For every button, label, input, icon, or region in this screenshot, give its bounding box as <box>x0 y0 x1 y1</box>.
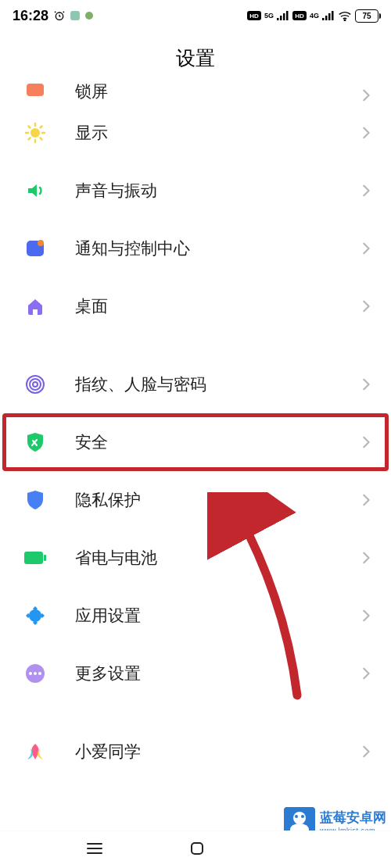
wifi-icon <box>338 11 352 21</box>
svg-line-22 <box>29 127 30 128</box>
battery-icon <box>23 546 47 570</box>
watermark-title: 蓝莓安卓网 <box>320 810 386 826</box>
home-icon <box>23 295 47 318</box>
settings-item-more[interactable]: 更多设置 <box>0 645 391 702</box>
settings-item-battery[interactable]: 省电与电池 <box>0 529 391 587</box>
svg-point-39 <box>293 812 306 824</box>
svg-rect-11 <box>322 18 325 20</box>
signal-icon <box>277 11 289 20</box>
svg-point-33 <box>29 609 41 622</box>
settings-item-notification[interactable]: 通知与控制中心 <box>0 220 391 277</box>
svg-point-27 <box>38 240 44 246</box>
svg-line-23 <box>41 138 42 140</box>
apps-icon <box>23 604 47 627</box>
settings-item-biometric[interactable]: 指纹、人脸与密码 <box>0 355 391 413</box>
hd-icon: HD <box>247 11 261 20</box>
settings-item-sound[interactable]: 声音与振动 <box>0 162 391 220</box>
svg-rect-46 <box>192 843 203 854</box>
settings-item-xiaoai[interactable]: 小爱同学 <box>0 723 391 780</box>
svg-rect-13 <box>328 13 331 20</box>
svg-text:HD: HD <box>249 13 259 20</box>
section-divider <box>0 702 391 723</box>
item-label: 小爱同学 <box>75 741 361 763</box>
lockscreen-icon <box>23 80 47 102</box>
chevron-right-icon <box>361 241 371 255</box>
chevron-right-icon <box>361 666 371 680</box>
svg-point-2 <box>85 12 93 20</box>
svg-point-29 <box>30 379 41 390</box>
svg-point-36 <box>34 672 37 675</box>
chevron-right-icon <box>361 377 371 391</box>
svg-rect-31 <box>24 552 43 564</box>
svg-line-24 <box>29 138 30 140</box>
navigation-bar <box>0 830 391 868</box>
svg-rect-7 <box>283 13 285 20</box>
more-icon <box>23 662 47 685</box>
svg-rect-8 <box>286 11 289 20</box>
svg-rect-5 <box>277 18 279 20</box>
svg-rect-14 <box>332 11 334 20</box>
section-divider <box>0 335 391 355</box>
chevron-right-icon <box>361 493 371 507</box>
svg-rect-1 <box>70 11 80 20</box>
item-label: 指纹、人脸与密码 <box>75 373 361 395</box>
svg-point-41 <box>301 815 304 818</box>
app-badge-icon <box>84 11 94 20</box>
chevron-right-icon <box>361 299 371 313</box>
item-label: 安全 <box>75 431 361 453</box>
settings-item-lockscreen[interactable]: 锁屏 <box>0 80 391 104</box>
signal-icon <box>322 11 335 20</box>
svg-rect-32 <box>44 555 46 561</box>
svg-rect-12 <box>325 16 328 20</box>
settings-item-display[interactable]: 显示 <box>0 104 391 162</box>
item-label: 更多设置 <box>75 663 361 684</box>
page-title: 设置 <box>0 31 391 77</box>
chevron-right-icon <box>361 435 371 449</box>
svg-point-40 <box>295 815 298 818</box>
battery-icon: 75 <box>355 9 378 23</box>
battery-level: 75 <box>362 12 371 20</box>
xiaoai-icon <box>23 740 47 763</box>
settings-item-apps[interactable]: 应用设置 <box>0 587 391 645</box>
privacy-icon <box>23 488 47 512</box>
svg-rect-16 <box>27 84 44 96</box>
item-label: 通知与控制中心 <box>75 238 361 259</box>
hd-icon: HD <box>292 11 307 20</box>
item-label: 应用设置 <box>75 605 361 627</box>
sound-icon <box>23 179 47 202</box>
settings-item-privacy[interactable]: 隐私保护 <box>0 471 391 529</box>
settings-item-home[interactable]: 桌面 <box>0 277 391 335</box>
nav-home-button[interactable] <box>189 841 205 859</box>
svg-point-35 <box>29 672 32 675</box>
chevron-right-icon <box>361 551 371 565</box>
svg-point-15 <box>344 20 345 20</box>
display-icon <box>23 121 47 145</box>
item-label: 隐私保护 <box>75 489 361 511</box>
svg-text:HD: HD <box>295 13 304 20</box>
network-5g-icon: 5G <box>264 12 274 20</box>
svg-point-30 <box>33 382 38 387</box>
svg-point-37 <box>38 672 41 675</box>
fingerprint-icon <box>23 373 47 396</box>
settings-list: 锁屏 显示 声音与振动 通知与控制中心 桌面 <box>0 80 391 780</box>
svg-line-25 <box>41 127 42 128</box>
svg-point-17 <box>30 128 40 138</box>
svg-rect-6 <box>280 16 282 20</box>
settings-item-security[interactable]: 安全 <box>0 413 391 471</box>
item-label: 桌面 <box>75 295 361 317</box>
network-4g-icon: 4G <box>310 12 319 20</box>
app-badge-icon <box>70 11 80 20</box>
nav-menu-button[interactable] <box>86 842 103 858</box>
chevron-right-icon <box>361 745 371 759</box>
notification-icon <box>23 237 47 260</box>
item-label: 声音与振动 <box>75 180 361 202</box>
item-label: 省电与电池 <box>75 547 361 569</box>
chevron-right-icon <box>361 609 371 623</box>
item-label: 显示 <box>75 122 361 144</box>
status-time: 16:28 <box>13 8 48 24</box>
chevron-right-icon <box>361 88 371 102</box>
shield-icon <box>23 430 47 454</box>
chevron-right-icon <box>361 184 371 198</box>
alarm-icon <box>53 9 66 22</box>
status-bar: 16:28 HD 5G HD 4G 75 <box>0 0 391 31</box>
